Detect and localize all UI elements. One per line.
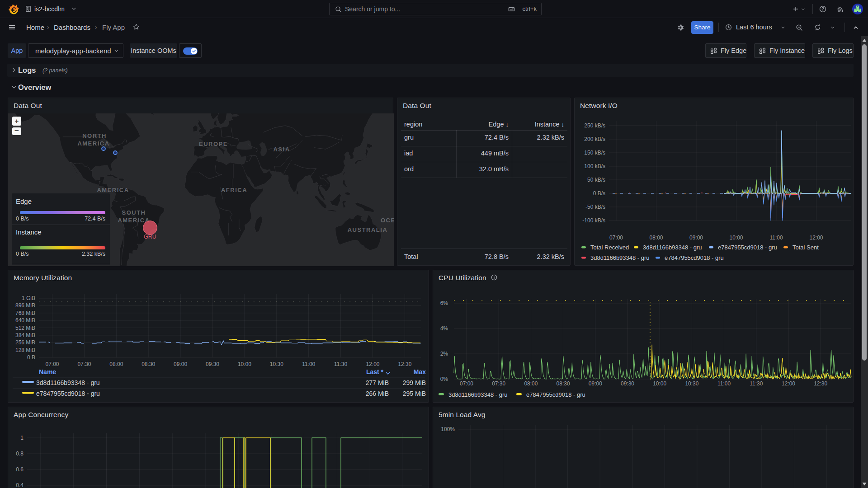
svg-text:SOUTH: SOUTH: [122, 209, 146, 216]
svg-text:0.8: 0.8: [16, 450, 24, 457]
svg-text:Total Sent: Total Sent: [793, 244, 819, 251]
svg-text:07:00: 07:00: [460, 380, 473, 387]
svg-text:09:30: 09:30: [621, 380, 634, 387]
svg-text:0%: 0%: [440, 376, 448, 382]
svg-text:128 MiB: 128 MiB: [15, 347, 35, 353]
svg-text:Name: Name: [39, 368, 56, 375]
svg-text:12:00: 12:00: [782, 380, 795, 387]
svg-text:0.6: 0.6: [16, 466, 24, 473]
svg-text:10:30: 10:30: [685, 380, 698, 387]
svg-text:11:00: 11:00: [717, 380, 731, 387]
svg-text:12:00: 12:00: [366, 361, 379, 367]
svg-text:-100 kB/s: -100 kB/s: [582, 217, 605, 224]
svg-text:250 kB/s: 250 kB/s: [584, 122, 605, 129]
svg-text:1 GiB: 1 GiB: [22, 295, 35, 301]
svg-text:11:30: 11:30: [334, 361, 347, 367]
svg-text:768 MiB: 768 MiB: [15, 310, 35, 316]
svg-text:e7847955cd9018 - gru: e7847955cd9018 - gru: [718, 244, 777, 251]
svg-text:200 kB/s: 200 kB/s: [584, 136, 605, 142]
svg-text:08:30: 08:30: [557, 380, 570, 387]
svg-text:ASIA: ASIA: [273, 146, 290, 153]
svg-text:277 MiB: 277 MiB: [366, 379, 389, 386]
svg-text:1: 1: [20, 435, 24, 441]
svg-text:11:00: 11:00: [769, 235, 783, 241]
svg-text:0 B: 0 B: [27, 354, 35, 361]
svg-text:50 kB/s: 50 kB/s: [587, 177, 605, 183]
svg-text:2%: 2%: [440, 351, 448, 357]
svg-text:AMERICA: AMERICA: [97, 187, 129, 193]
svg-text:10:00: 10:00: [238, 361, 251, 367]
svg-text:10:00: 10:00: [729, 235, 743, 241]
svg-text:AMERICA: AMERICA: [77, 140, 109, 147]
svg-text:Max: Max: [414, 368, 426, 375]
svg-text:640 MiB: 640 MiB: [15, 317, 35, 324]
svg-text:10:00: 10:00: [653, 380, 666, 387]
svg-text:AFRICA: AFRICA: [221, 187, 247, 193]
svg-text:3d8d1166b93348 - gru: 3d8d1166b93348 - gru: [448, 391, 508, 398]
svg-text:09:00: 09:00: [589, 380, 602, 387]
svg-text:07:30: 07:30: [77, 361, 91, 367]
svg-text:150 kB/s: 150 kB/s: [584, 150, 605, 156]
svg-text:08:30: 08:30: [142, 361, 155, 367]
svg-text:10:30: 10:30: [270, 361, 283, 367]
svg-text:EUROPE: EUROPE: [199, 141, 228, 147]
svg-text:299 MiB: 299 MiB: [403, 379, 426, 386]
svg-text:Total Received: Total Received: [590, 244, 629, 251]
svg-text:09:00: 09:00: [174, 361, 187, 367]
svg-text:3d8d1166b93348 - gru: 3d8d1166b93348 - gru: [36, 379, 100, 386]
svg-text:3d8d1166b93348 - gru: 3d8d1166b93348 - gru: [590, 254, 650, 261]
svg-text:4%: 4%: [440, 325, 448, 332]
svg-text:NORTH: NORTH: [82, 132, 107, 139]
svg-text:Last *: Last *: [366, 368, 384, 375]
svg-text:0.4: 0.4: [16, 482, 24, 488]
svg-text:256 MiB: 256 MiB: [15, 339, 35, 346]
svg-text:12:30: 12:30: [398, 361, 411, 367]
svg-text:07:00: 07:00: [45, 361, 59, 367]
svg-text:11:30: 11:30: [750, 380, 763, 387]
svg-text:GRU: GRU: [144, 234, 156, 240]
svg-text:09:30: 09:30: [206, 361, 219, 367]
svg-text:11:00: 11:00: [302, 361, 315, 367]
svg-text:384 MiB: 384 MiB: [15, 332, 35, 338]
svg-text:3d8d1166b93348 - gru: 3d8d1166b93348 - gru: [643, 244, 702, 251]
svg-text:AUSTRALIA: AUSTRALIA: [348, 226, 388, 233]
svg-text:100%: 100%: [441, 426, 455, 432]
svg-text:e7847955cd9018 - gru: e7847955cd9018 - gru: [665, 254, 724, 261]
svg-text:100 kB/s: 100 kB/s: [584, 163, 605, 169]
svg-text:09:00: 09:00: [689, 235, 703, 241]
svg-text:-50 kB/s: -50 kB/s: [585, 204, 605, 210]
svg-text:08:00: 08:00: [109, 361, 123, 367]
svg-text:896 MiB: 896 MiB: [15, 302, 35, 309]
svg-text:512 MiB: 512 MiB: [15, 325, 35, 331]
svg-text:08:00: 08:00: [649, 235, 663, 241]
svg-text:266 MiB: 266 MiB: [366, 390, 389, 397]
svg-text:OCEAN: OCEAN: [381, 217, 394, 224]
svg-text:12:30: 12:30: [814, 380, 827, 387]
svg-text:295 MiB: 295 MiB: [403, 390, 426, 397]
svg-text:07:00: 07:00: [609, 235, 623, 241]
svg-text:e7847955cd9018 - gru: e7847955cd9018 - gru: [36, 390, 100, 397]
svg-text:6%: 6%: [440, 300, 448, 306]
svg-text:e7847955cd9018 - gru: e7847955cd9018 - gru: [526, 391, 585, 398]
svg-text:0 B/s: 0 B/s: [593, 190, 605, 197]
svg-text:08:00: 08:00: [524, 380, 538, 387]
svg-text:07:30: 07:30: [492, 380, 505, 387]
svg-text:12:00: 12:00: [809, 235, 823, 241]
